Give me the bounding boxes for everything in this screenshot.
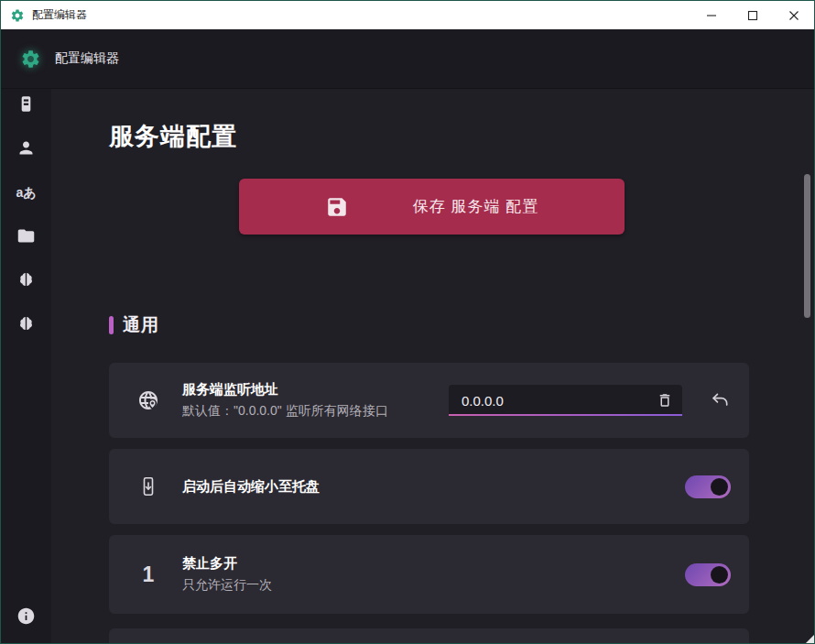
sidebar-item-folder[interactable]	[1, 215, 51, 259]
minimize-button[interactable]	[690, 1, 732, 29]
save-floppy-icon	[325, 195, 349, 219]
sidebar-item-brain-2[interactable]	[1, 303, 51, 347]
save-button-label: 保存 服务端 配置	[413, 196, 538, 217]
sidebar-item-brain-1[interactable]	[1, 259, 51, 303]
section-title: 通用	[123, 313, 159, 337]
close-button[interactable]	[773, 1, 814, 29]
setting-title: 启动后自动缩小至托盘	[182, 478, 320, 496]
titlebar: 配置编辑器	[1, 1, 814, 29]
minimize-to-tray-toggle[interactable]	[685, 475, 731, 498]
window-resize-grip[interactable]	[806, 635, 814, 643]
user-icon	[16, 138, 36, 161]
trash-icon	[657, 392, 673, 409]
app-header-gear-icon	[20, 49, 41, 70]
listen-address-field	[449, 385, 682, 416]
single-instance-toggle[interactable]	[685, 563, 731, 586]
sidebar: aあ	[1, 89, 51, 643]
window-controls	[690, 1, 814, 29]
toggle-knob	[711, 566, 728, 584]
sidebar-item-language[interactable]: aあ	[1, 171, 51, 215]
setting-card-minimize-to-tray: 启动后自动缩小至托盘	[109, 449, 749, 524]
sidebar-item-about[interactable]	[1, 599, 51, 636]
app-header: 配置编辑器	[1, 29, 814, 89]
section-general: 通用	[109, 313, 749, 337]
sidebar-item-server[interactable]	[1, 83, 51, 127]
setting-card-listen-address: 服务端监听地址 默认值："0.0.0.0" 监听所有网络接口	[109, 363, 749, 438]
server-icon	[16, 94, 36, 117]
folder-icon	[16, 226, 36, 249]
app-title: 配置编辑器	[55, 50, 119, 67]
setting-card-partial	[109, 628, 749, 643]
setting-description: 默认值："0.0.0.0" 监听所有网络接口	[182, 403, 388, 420]
toggle-knob	[711, 478, 728, 496]
page-title: 服务端配置	[109, 120, 749, 153]
setting-title: 禁止多开	[182, 555, 272, 573]
setting-description: 只允许运行一次	[182, 577, 272, 594]
input-accent-underline	[449, 414, 682, 416]
undo-icon	[710, 390, 731, 411]
clear-input-button[interactable]	[657, 392, 673, 409]
vertical-scrollbar-thumb[interactable]	[804, 174, 810, 318]
info-icon	[16, 606, 36, 629]
listen-address-input[interactable]	[449, 393, 657, 409]
app-window: 配置编辑器 配置编辑器	[0, 0, 815, 644]
save-server-config-button[interactable]: 保存 服务端 配置	[239, 179, 625, 235]
setting-card-single-instance: 1 禁止多开 只允许运行一次	[109, 535, 749, 614]
maximize-button[interactable]	[732, 1, 773, 29]
language-icon: aあ	[16, 185, 36, 202]
section-accent-bar	[109, 316, 114, 334]
reset-value-button[interactable]	[710, 390, 731, 411]
numeral-one-icon: 1	[136, 562, 160, 587]
app-gear-icon	[10, 8, 25, 23]
globe-location-icon	[136, 389, 160, 411]
window-title: 配置编辑器	[32, 7, 87, 23]
main-content: 服务端配置 保存 服务端 配置 通用 服务端监听地址 默认值："0.0.0.0"	[51, 89, 814, 643]
phone-minimize-icon	[136, 475, 160, 497]
setting-title: 服务端监听地址	[182, 381, 388, 398]
brain-icon	[16, 270, 36, 293]
brain-icon	[16, 314, 36, 337]
sidebar-item-user[interactable]	[1, 127, 51, 171]
